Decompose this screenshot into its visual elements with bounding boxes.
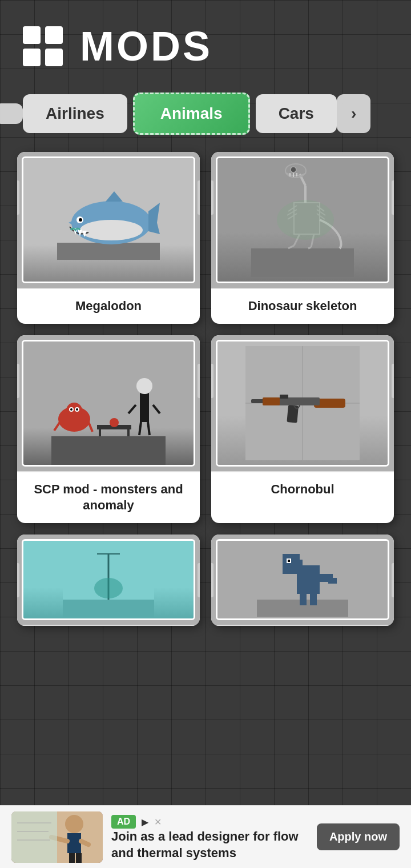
svg-point-7 bbox=[79, 218, 82, 222]
svg-line-48 bbox=[139, 422, 141, 435]
svg-rect-31 bbox=[51, 436, 166, 465]
svg-line-27 bbox=[288, 246, 294, 248]
svg-rect-70 bbox=[288, 560, 290, 562]
tab-bar: Airlines Animals Cars › bbox=[0, 87, 411, 140]
mod-image-partial-1 bbox=[17, 535, 200, 626]
svg-rect-11 bbox=[251, 248, 354, 277]
svg-point-30 bbox=[277, 200, 334, 240]
mod-title-dinosaur: Dinosaur skeleton bbox=[211, 289, 394, 324]
app-title: MODS bbox=[80, 23, 212, 70]
svg-rect-72 bbox=[310, 594, 317, 605]
ad-text-block: AD ▶ ✕ Join as a lead designer for flow … bbox=[111, 812, 308, 861]
ad-image bbox=[11, 811, 103, 863]
ad-badge-row: AD ▶ ✕ bbox=[111, 815, 308, 829]
svg-rect-71 bbox=[300, 594, 307, 605]
svg-rect-74 bbox=[328, 578, 337, 584]
mod-image-scp bbox=[17, 335, 200, 472]
mod-title-chornobul: Chornobul bbox=[211, 472, 394, 507]
tab-right-partial[interactable]: › bbox=[337, 94, 370, 133]
svg-rect-68 bbox=[294, 560, 303, 571]
svg-point-76 bbox=[65, 815, 83, 833]
ad-badge: AD bbox=[111, 815, 136, 829]
svg-line-29 bbox=[308, 247, 311, 248]
ad-banner: AD ▶ ✕ Join as a lead designer for flow … bbox=[0, 805, 411, 868]
svg-line-49 bbox=[148, 422, 150, 435]
svg-rect-60 bbox=[63, 600, 154, 617]
ad-title: Join as a lead designer for flow and the… bbox=[111, 829, 308, 861]
header: MODS bbox=[0, 0, 411, 87]
tab-left-partial[interactable] bbox=[0, 103, 23, 124]
mod-card-megalodon[interactable]: Megalodon bbox=[17, 152, 200, 324]
grid-icon-cell-1 bbox=[23, 26, 41, 44]
svg-marker-4 bbox=[106, 191, 123, 202]
mod-image-megalodon bbox=[17, 152, 200, 289]
mod-title-scp: SCP mod - monsters and anomaly bbox=[17, 472, 200, 523]
svg-line-79 bbox=[81, 841, 88, 845]
svg-line-46 bbox=[128, 405, 136, 413]
svg-rect-54 bbox=[277, 397, 320, 405]
svg-point-45 bbox=[136, 378, 152, 394]
bottom-spacer bbox=[0, 637, 411, 706]
mod-card-dinosaur[interactable]: Dinosaur skeleton bbox=[211, 152, 394, 324]
tab-airlines[interactable]: Airlines bbox=[23, 94, 127, 133]
svg-point-63 bbox=[94, 578, 123, 598]
mod-image-partial-2 bbox=[211, 535, 394, 626]
mod-title-megalodon: Megalodon bbox=[17, 289, 200, 324]
tab-animals[interactable]: Animals bbox=[133, 93, 250, 135]
svg-point-36 bbox=[66, 403, 82, 419]
svg-rect-80 bbox=[69, 853, 75, 863]
ad-apply-button[interactable]: Apply now bbox=[317, 823, 400, 850]
svg-point-41 bbox=[70, 408, 72, 411]
mod-image-chornobul bbox=[211, 335, 394, 472]
svg-point-22 bbox=[291, 167, 296, 172]
svg-rect-0 bbox=[57, 243, 160, 260]
svg-rect-82 bbox=[11, 811, 57, 863]
svg-line-47 bbox=[153, 405, 160, 413]
svg-point-43 bbox=[110, 418, 119, 427]
ad-arrow: ▶ bbox=[142, 817, 148, 827]
mods-grid: Megalodon bbox=[0, 140, 411, 637]
svg-rect-77 bbox=[67, 833, 81, 853]
svg-rect-81 bbox=[76, 853, 82, 863]
svg-point-3 bbox=[80, 220, 143, 240]
svg-rect-57 bbox=[263, 397, 280, 405]
svg-line-38 bbox=[88, 422, 92, 432]
svg-point-42 bbox=[76, 408, 78, 411]
mod-card-partial-1[interactable] bbox=[17, 535, 200, 626]
svg-rect-56 bbox=[287, 405, 299, 423]
svg-line-37 bbox=[54, 422, 60, 431]
grid-icon-cell-2 bbox=[45, 26, 63, 44]
grid-icon[interactable] bbox=[23, 26, 63, 66]
svg-rect-44 bbox=[140, 391, 149, 422]
grid-icon-cell-3 bbox=[23, 49, 41, 66]
grid-icon-cell-4 bbox=[45, 49, 63, 66]
tab-cars[interactable]: Cars bbox=[256, 94, 337, 133]
mod-card-partial-2[interactable] bbox=[211, 535, 394, 626]
ad-x-icon: ✕ bbox=[154, 817, 162, 827]
svg-marker-5 bbox=[148, 203, 160, 234]
mod-card-chornobul[interactable]: Chornobul bbox=[211, 335, 394, 523]
svg-rect-58 bbox=[280, 395, 288, 399]
mod-image-dinosaur bbox=[211, 152, 394, 289]
mod-card-scp[interactable]: SCP mod - monsters and anomaly bbox=[17, 335, 200, 523]
